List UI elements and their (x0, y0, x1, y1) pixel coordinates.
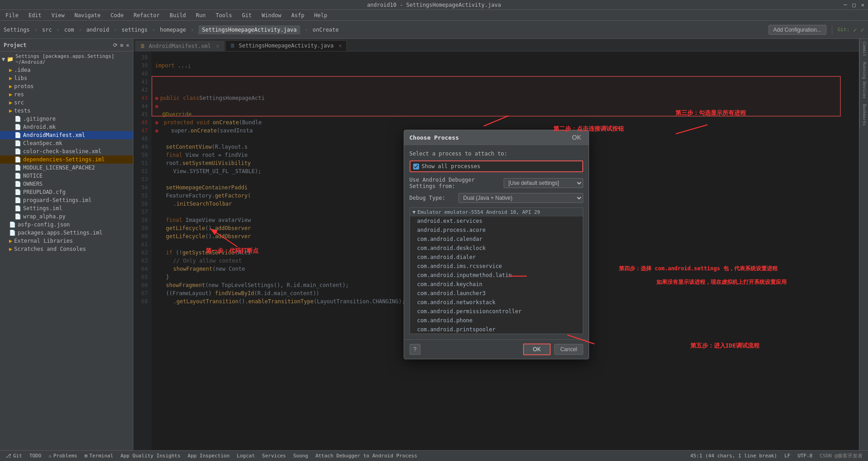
tree-asfp[interactable]: 📄 asfp-config.json (0, 221, 133, 229)
status-logcat[interactable]: Logcat (237, 453, 255, 459)
status-encoding[interactable]: UTF-8 (797, 453, 812, 459)
tab-settings-homepage[interactable]: SettingsHomepageActivity.java (198, 25, 301, 34)
menu-edit[interactable]: Edit (27, 11, 43, 19)
tree-colorcheck[interactable]: 📄 color-check-baseline.xml (0, 147, 133, 155)
tree-external-libs[interactable]: ▶ External Libraries (0, 237, 133, 245)
process-ims[interactable]: com.android.ims.rcsservice (410, 262, 583, 271)
maximize-btn[interactable]: □ (853, 2, 856, 8)
breadcrumb-src[interactable]: src (42, 27, 52, 33)
project-settings-icon[interactable]: ≡ (120, 42, 123, 48)
tab-close-androidmanifest[interactable]: ✕ (216, 43, 219, 49)
tree-androidmk[interactable]: 📄 Android.mk (0, 123, 133, 131)
show-all-processes-checkbox[interactable] (413, 164, 419, 169)
process-printspooler[interactable]: com.android.printspooler (410, 325, 583, 334)
ok-button[interactable]: OK (523, 343, 551, 355)
breadcrumb-android[interactable]: android (86, 27, 109, 33)
status-soong[interactable]: Soong (293, 453, 308, 459)
breadcrumb-homepage[interactable]: homepage (160, 27, 186, 33)
menu-bar: File Edit View Navigate Code Refactor Bu… (0, 10, 868, 21)
warning-icon: ⚠ (48, 453, 52, 459)
status-services[interactable]: Services (262, 453, 286, 459)
process-phone[interactable]: com.android.phone (410, 316, 583, 325)
dialog-close-button[interactable]: OK (570, 134, 583, 141)
menu-code[interactable]: Code (109, 11, 126, 19)
tree-libs[interactable]: ▶ libs (0, 74, 133, 82)
project-panel: Project ⟳ ≡ ✕ ▼ 📁 Settings [packages.app… (0, 39, 133, 450)
menu-refactor[interactable]: Refactor (132, 11, 161, 19)
status-git[interactable]: ⎇ Git (5, 453, 22, 459)
menu-view[interactable]: View (50, 11, 66, 19)
add-config-button[interactable]: Add Configuration... (769, 25, 826, 35)
title-bar: android10 - SettingsHomepageActivity.jav… (0, 0, 868, 10)
tree-owners[interactable]: 📄 OWNERS (0, 180, 133, 188)
tree-module-license[interactable]: 📄 MODULE_LICENSE_APACHE2 (0, 164, 133, 172)
breadcrumb-settings[interactable]: Settings (4, 27, 30, 33)
menu-tools[interactable]: Tools (214, 11, 234, 19)
cancel-button[interactable]: Cancel (554, 344, 583, 355)
tree-wrap[interactable]: 📄 wrap_alpha.py (0, 212, 133, 221)
tab-close-settings[interactable]: ✕ (339, 42, 342, 49)
tab-settingshomepage[interactable]: 🗎 SettingsHomepageActivity.java ✕ (225, 40, 347, 51)
menu-help[interactable]: Help (312, 11, 329, 19)
breadcrumb-settings2[interactable]: settings (122, 27, 148, 33)
process-deskclock[interactable]: com.android.deskclock (410, 244, 583, 253)
attach-debugger[interactable]: Attach Debugger to Android Process (316, 453, 417, 459)
tree-res[interactable]: ▶ res (0, 90, 133, 99)
minimize-btn[interactable]: ─ (844, 2, 847, 8)
process-networkstack[interactable]: com.android.networkstack (410, 298, 583, 307)
process-permissioncontroller[interactable]: com.android.permissioncontroller (410, 307, 583, 316)
project-close-icon[interactable]: ✕ (126, 42, 129, 48)
debug-type-select[interactable]: Dual (Java + Native) (458, 193, 583, 203)
show-all-processes-row: Show all processes (410, 160, 583, 172)
tree-dependencies[interactable]: 📄 dependencies-Settings.iml (0, 155, 133, 164)
breadcrumb-oncreate[interactable]: onCreate (313, 27, 339, 33)
tree-scratches[interactable]: ▶ Scratches and Consoles (0, 245, 133, 253)
status-todo[interactable]: TODO (29, 453, 42, 459)
menu-window[interactable]: Window (260, 11, 283, 19)
tree-gitignore[interactable]: 📄 .gitignore (0, 115, 133, 123)
tree-proguard[interactable]: 📄 proguard-Settings.iml (0, 196, 133, 204)
tree-notice[interactable]: 📄 NOTICE (0, 172, 133, 180)
close-btn[interactable]: ✕ (861, 2, 864, 8)
tab-androidmanifest[interactable]: 🗎 AndroidManifest.xml ✕ (135, 41, 224, 51)
side-tab-bookmarks[interactable]: Bookmarks (859, 101, 868, 129)
process-launcher[interactable]: com.android.launcher3 (410, 289, 583, 298)
tree-settings-iml[interactable]: 📄 Settings.iml (0, 204, 133, 212)
process-android-ext[interactable]: android.ext.services (410, 216, 583, 226)
status-app-quality[interactable]: App Quality Insights (121, 453, 180, 459)
menu-run[interactable]: Run (194, 11, 208, 19)
tree-idea[interactable]: ▶ .idea (0, 66, 133, 74)
tree-root[interactable]: ▼ 📁 Settings [packages.apps.Settings] ~/… (0, 52, 133, 66)
process-calendar[interactable]: com.android.calendar (410, 235, 583, 244)
editor-tabs: 🗎 AndroidManifest.xml ✕ 🗎 SettingsHomepa… (133, 39, 859, 52)
status-problems[interactable]: ⚠ Problems (48, 453, 77, 459)
breadcrumb-com[interactable]: com (64, 27, 74, 33)
menu-asfp[interactable]: Asfp (289, 11, 306, 19)
side-tab-running[interactable]: Running Devices (859, 59, 868, 101)
side-tab-commit[interactable]: Commit (859, 39, 868, 59)
tree-preupload[interactable]: 📄 PREUPLOAD.cfg (0, 188, 133, 196)
process-inputmethod[interactable]: com.android.inputmethod.latin (410, 271, 583, 280)
project-sync-icon[interactable]: ⟳ (113, 42, 118, 48)
process-keychain[interactable]: com.android.keychain (410, 280, 583, 289)
menu-build[interactable]: Build (168, 11, 188, 19)
process-list[interactable]: ▼ Emulator emulator-5554 Android 10, API… (410, 207, 583, 334)
tree-androidmanifest[interactable]: 📄 AndroidManifest.xml (0, 131, 133, 139)
show-all-processes-label[interactable]: Show all processes (422, 163, 481, 169)
status-terminal[interactable]: ⊞ Terminal (85, 453, 113, 459)
status-app-inspection[interactable]: App Inspection (188, 453, 230, 459)
status-line-ending[interactable]: LF (784, 453, 790, 459)
tree-cleanspec[interactable]: 📄 CleanSpec.mk (0, 139, 133, 147)
menu-git[interactable]: Git (240, 11, 254, 19)
tree-src[interactable]: ▶ src (0, 99, 133, 107)
debugger-settings-select[interactable]: [Use default settings] (504, 178, 583, 188)
tree-tests[interactable]: ▶ tests (0, 107, 133, 115)
help-button[interactable]: ? (410, 344, 421, 355)
title-text: android10 - SettingsHomepageActivity.jav… (367, 2, 501, 8)
tree-protos[interactable]: ▶ protos (0, 82, 133, 90)
process-dialer[interactable]: com.android.dialer (410, 253, 583, 262)
process-android-acore[interactable]: android.process.acore (410, 226, 583, 235)
menu-navigate[interactable]: Navigate (73, 11, 103, 19)
tree-packages-iml[interactable]: 📄 packages.apps.Settings.iml (0, 229, 133, 237)
menu-file[interactable]: File (4, 11, 20, 19)
